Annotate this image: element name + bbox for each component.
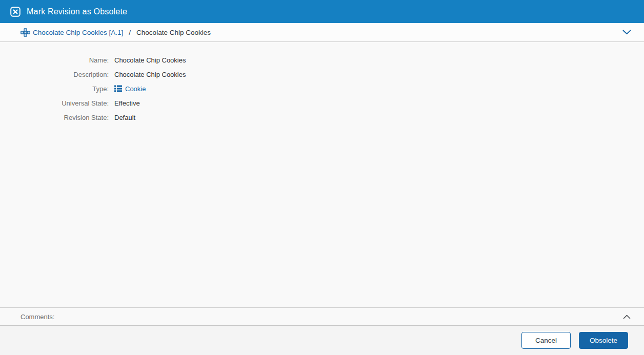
breadcrumb-separator: /	[129, 29, 131, 36]
list-icon	[114, 85, 122, 92]
comments-section: Comments:	[0, 307, 644, 326]
form-row-universal-state: Universal State: Effective	[0, 96, 644, 110]
field-label: Universal State:	[0, 99, 109, 107]
obsolete-x-icon	[10, 7, 21, 17]
field-label: Type:	[0, 85, 109, 93]
field-value: Default	[114, 114, 135, 121]
cancel-button[interactable]: Cancel	[521, 332, 571, 349]
field-value: Cookie	[114, 85, 146, 93]
field-label: Description:	[0, 71, 109, 78]
comments-label: Comments:	[21, 313, 54, 321]
collapse-comments-button[interactable]	[620, 310, 633, 323]
field-value: Chocolate Chip Cookies	[114, 71, 186, 78]
dialog-title: Mark Revision as Obsolete	[27, 7, 127, 16]
field-label: Name:	[0, 56, 109, 64]
breadcrumb-item: Chocolate Chip Cookies [A.1] / Chocolate…	[21, 28, 211, 37]
breadcrumb-current: Chocolate Chip Cookies	[136, 29, 211, 36]
form-panel: Name: Chocolate Chip Cookies Description…	[0, 42, 644, 307]
chevron-down-icon	[622, 30, 631, 35]
form-row-type: Type: Cookie	[0, 81, 644, 96]
breadcrumb-link[interactable]: Chocolate Chip Cookies [A.1]	[33, 29, 123, 36]
field-label: Revision State:	[0, 114, 109, 121]
dialog-header: Mark Revision as Obsolete	[0, 0, 644, 23]
breadcrumb: Chocolate Chip Cookies [A.1] / Chocolate…	[0, 23, 644, 42]
form-row-description: Description: Chocolate Chip Cookies	[0, 67, 644, 81]
field-value: Effective	[114, 99, 140, 107]
field-value: Chocolate Chip Cookies	[114, 56, 186, 64]
dialog-footer: Cancel Obsolete	[0, 326, 644, 355]
obsolete-button[interactable]: Obsolete	[579, 332, 628, 349]
type-link[interactable]: Cookie	[125, 85, 146, 93]
form-row-name: Name: Chocolate Chip Cookies	[0, 53, 644, 67]
chevron-up-icon	[623, 315, 631, 319]
form-row-revision-state: Revision State: Default	[0, 110, 644, 124]
collapse-form-button[interactable]	[620, 26, 633, 38]
part-icon	[21, 28, 30, 37]
